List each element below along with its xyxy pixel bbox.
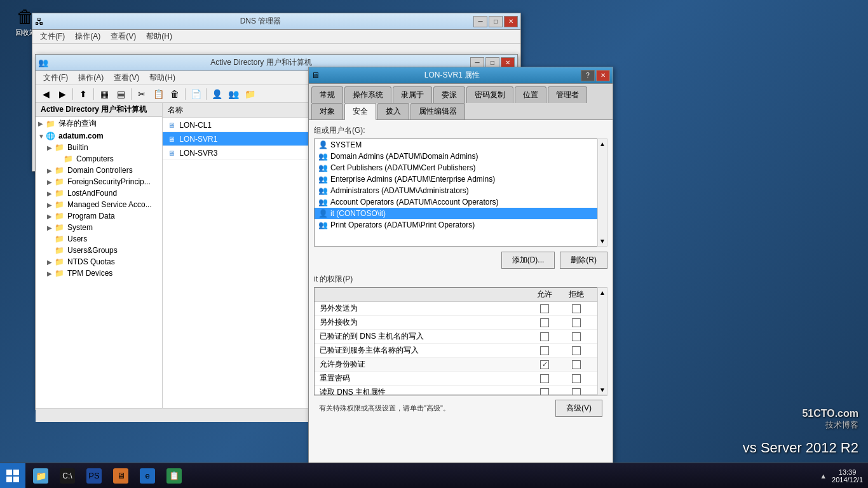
tree-item-users-groups[interactable]: 📁 Users&Groups <box>44 245 162 256</box>
taskbar-ie[interactable]: e <box>135 464 160 488</box>
user-item-it[interactable]: 👤 it (CONTOSO\it) <box>315 208 597 219</box>
tree-item-laf[interactable]: ▶ 📁 LostAndFound <box>44 187 162 199</box>
allow-check-checked[interactable] <box>540 360 549 369</box>
taskbar-powershell[interactable]: PS <box>81 464 107 488</box>
remove-btn[interactable]: 删除(R) <box>560 252 607 269</box>
tab-os[interactable]: 操作系统 <box>344 86 391 103</box>
allow-check[interactable] <box>540 318 549 327</box>
perm-scroll-down[interactable]: ▼ <box>598 385 607 395</box>
perm-row-dns-hostname[interactable]: 已验证的到 DNS 主机名的写入 <box>315 330 597 344</box>
tab-location[interactable]: 位置 <box>515 86 546 103</box>
tree-item-users[interactable]: 📁 Users <box>44 233 162 245</box>
dns-menu-view[interactable]: 查看(V) <box>105 30 141 43</box>
user-item-account-operators[interactable]: 👥 Account Operators (ADATUM\Account Oper… <box>315 196 597 208</box>
user-item-administrators[interactable]: 👥 Administrators (ADATUM\Administrators) <box>315 185 597 196</box>
tree-item-program-data[interactable]: ▶ 📁 Program Data <box>44 210 162 222</box>
user-item-print-operators[interactable]: 👥 Print Operators (ADATUM\Print Operator… <box>315 219 597 231</box>
ad-menu-action[interactable]: 操作(A) <box>73 71 109 85</box>
deny-check[interactable] <box>572 360 581 369</box>
advanced-btn[interactable]: 高级(V) <box>555 400 602 417</box>
ad-menu-file[interactable]: 文件(F) <box>38 71 73 85</box>
tree-item-system[interactable]: ▶ 📁 System <box>44 222 162 233</box>
deny-check[interactable] <box>572 332 581 341</box>
taskbar-explorer[interactable]: 📁 <box>28 464 53 488</box>
tab-member-of[interactable]: 隶属于 <box>393 86 432 103</box>
tb-view1[interactable]: ▦ <box>97 87 112 101</box>
deny-check[interactable] <box>572 318 581 327</box>
perm-row-dns-attr[interactable]: 读取 DNS 主机属性 <box>315 386 597 395</box>
props-close-btn[interactable]: ✕ <box>596 70 610 81</box>
allow-check[interactable] <box>540 332 549 341</box>
start-icon <box>6 470 19 482</box>
allow-check[interactable] <box>540 346 549 355</box>
tree-item-ntds[interactable]: ▶ 📁 NTDS Quotas <box>44 256 162 268</box>
perm-row-auth[interactable]: 允许身份验证 <box>315 358 597 372</box>
dns-maximize-btn[interactable]: □ <box>489 16 503 27</box>
tb-new-user[interactable]: 👤 <box>209 87 224 101</box>
tb-new-ou[interactable]: 📁 <box>242 87 257 101</box>
perm-row-spn[interactable]: 已验证到服务主体名称的写入 <box>315 344 597 358</box>
tb-back[interactable]: ◀ <box>38 87 53 101</box>
tab-object[interactable]: 对象 <box>311 103 343 119</box>
perm-label: it 的权限(P) <box>314 274 607 285</box>
allow-check[interactable] <box>540 374 549 383</box>
tab-manager[interactable]: 管理者 <box>548 86 587 103</box>
dns-minimize-btn[interactable]: ─ <box>473 16 487 27</box>
tb-copy[interactable]: 📋 <box>151 87 166 101</box>
deny-check[interactable] <box>572 388 581 396</box>
perm-scrollbar[interactable]: ▲ ▼ <box>597 287 607 395</box>
allow-check[interactable] <box>540 388 549 396</box>
scroll-down[interactable]: ▼ <box>598 236 607 246</box>
add-btn[interactable]: 添加(D)... <box>501 252 555 269</box>
taskbar-server-manager[interactable]: 🖥 <box>108 464 133 488</box>
user-item-enterprise-admins[interactable]: 👥 Enterprise Admins (ADATUM\Enterprise A… <box>315 173 597 185</box>
dns-close-btn[interactable]: ✕ <box>504 16 518 27</box>
dns-window-controls: ─ □ ✕ <box>473 16 518 27</box>
tab-general[interactable]: 常规 <box>311 86 343 103</box>
start-button[interactable] <box>0 463 25 489</box>
dns-menu-action[interactable]: 操作(A) <box>70 30 105 43</box>
tb-cut[interactable]: ✂ <box>134 87 149 101</box>
user-item-domain-admins[interactable]: 👥 Domain Admins (ADATUM\Domain Admins) <box>315 151 597 162</box>
tb-delete[interactable]: 🗑 <box>167 87 182 101</box>
scroll-up[interactable]: ▲ <box>598 139 607 149</box>
tab-attr-editor[interactable]: 属性编辑器 <box>410 103 465 119</box>
tb-up[interactable]: ⬆ <box>76 87 91 101</box>
group-icon: 👥 <box>318 220 328 229</box>
ad-menu-view[interactable]: 查看(V) <box>109 71 144 85</box>
props-window: 🖥 LON-SVR1 属性 ? ✕ 常规 操作系统 隶属于 委派 密码复制 位置… <box>308 67 613 480</box>
taskbar-cmd[interactable]: C:\ <box>55 464 80 488</box>
deny-check[interactable] <box>572 374 581 383</box>
taskbar-misc[interactable]: 📋 <box>161 464 187 488</box>
tb-view2[interactable]: ▤ <box>113 87 128 101</box>
perm-scroll-up[interactable]: ▲ <box>598 288 607 297</box>
deny-check[interactable] <box>572 304 581 313</box>
perm-row-receive-as[interactable]: 另外接收为 <box>315 316 597 330</box>
tb-new-group[interactable]: 👥 <box>226 87 241 101</box>
perm-row-send-as[interactable]: 另外发送为 <box>315 302 597 316</box>
tb-props[interactable]: 📄 <box>188 87 203 101</box>
tree-item-dc[interactable]: ▶ 📁 Domain Controllers <box>44 165 162 176</box>
tree-item-builtin[interactable]: ▶ 📁 Builtin <box>44 142 162 153</box>
user-list-scrollbar[interactable]: ▲ ▼ <box>597 139 607 247</box>
ad-menu-help[interactable]: 帮助(H) <box>144 71 180 85</box>
tree-item-msa[interactable]: ▶ 📁 Managed Service Acco... <box>44 199 162 210</box>
perm-row-reset-pwd[interactable]: 重置密码 <box>315 372 597 386</box>
tab-dial-in[interactable]: 拨入 <box>377 103 409 119</box>
user-item-system[interactable]: 👤 SYSTEM <box>315 139 597 151</box>
tab-delegation[interactable]: 委派 <box>433 86 465 103</box>
allow-check[interactable] <box>540 304 549 313</box>
tree-item-saved-queries[interactable]: ▶ 📁 保存的查询 <box>36 117 162 130</box>
deny-check[interactable] <box>572 346 581 355</box>
tree-item-tpm[interactable]: ▶ 📁 TPM Devices <box>44 268 162 279</box>
dns-menu-help[interactable]: 帮助(H) <box>141 30 177 43</box>
dns-menu-file[interactable]: 文件(F) <box>35 30 70 43</box>
tb-forward[interactable]: ▶ <box>55 87 70 101</box>
user-item-cert-publishers[interactable]: 👥 Cert Publishers (ADATUM\Cert Publisher… <box>315 162 597 173</box>
tree-item-adatum[interactable]: ▼ 🌐 adatum.com <box>36 130 162 142</box>
tab-security[interactable]: 安全 <box>344 103 376 120</box>
tab-password-rep[interactable]: 密码复制 <box>466 86 513 103</box>
tree-item-computers[interactable]: 📁 Computers <box>53 153 162 165</box>
props-help-btn[interactable]: ? <box>581 70 595 81</box>
tree-item-fsp[interactable]: ▶ 📁 ForeignSecurityPrincip... <box>44 176 162 187</box>
